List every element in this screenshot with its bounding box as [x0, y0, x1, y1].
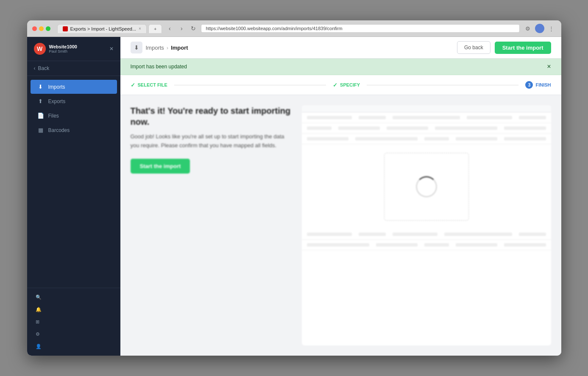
step-finish: 3 FINISH: [525, 81, 551, 89]
step-select-file: ✓ SELECT FILE: [131, 82, 167, 88]
barcodes-icon: ▦: [37, 127, 44, 133]
sidebar-bottom: 🔍 🔔 ⊞ ⚙ 👤: [27, 288, 120, 356]
back-nav-btn[interactable]: ‹: [165, 24, 174, 33]
maximize-traffic-light[interactable]: [46, 26, 50, 31]
brand-logo: W: [34, 43, 46, 55]
success-banner-close-icon[interactable]: ×: [547, 63, 551, 70]
new-tab[interactable]: +: [148, 24, 162, 33]
cell: [338, 126, 380, 130]
extensions-icon[interactable]: ⚙: [523, 24, 532, 33]
sidebar-search-btn[interactable]: 🔍: [31, 292, 117, 303]
breadcrumb: ⬇ Imports › Import: [131, 42, 188, 53]
exports-icon: ⬆: [37, 98, 44, 104]
sidebar-item-exports[interactable]: ⬆ Exports: [31, 94, 117, 108]
users-icon: 👤: [36, 344, 42, 349]
sidebar-settings-btn[interactable]: ⚙: [31, 328, 117, 340]
ready-heading: That's it! You're ready to start importi…: [131, 105, 292, 127]
top-bar: ⬇ Imports › Import Go back Start the imp…: [120, 37, 561, 59]
breadcrumb-parent: Imports: [146, 45, 164, 51]
imports-icon: ⬇: [37, 84, 44, 90]
cell: [355, 137, 418, 140]
brand-subtitle: Paul Smith: [49, 49, 77, 53]
step-finish-label: FINISH: [535, 82, 551, 87]
tab-favicon: [63, 26, 68, 31]
sidebar-item-imports-label: Imports: [48, 84, 65, 90]
spinner-container: [302, 153, 551, 221]
cell: [307, 233, 352, 236]
table-row: [302, 134, 551, 144]
address-bar-row: ‹ › ↻ https://website1000.websiteapp.com…: [165, 24, 556, 33]
cell: [424, 137, 449, 140]
table-row: [302, 112, 551, 123]
browser-chrome: Exports > Import - LightSpeed... × + ‹ ›…: [27, 20, 561, 37]
cell: [307, 126, 332, 130]
content-area: That's it! You're ready to start importi…: [120, 95, 561, 356]
cell: [444, 233, 512, 236]
sidebar-back-btn[interactable]: ‹ Back: [27, 61, 120, 76]
sidebar-apps-btn[interactable]: ⊞: [31, 316, 117, 328]
cell: [456, 243, 497, 247]
table-row: [302, 123, 551, 134]
close-traffic-light[interactable]: [32, 26, 37, 31]
cell: [376, 243, 418, 247]
sidebar-back-label: Back: [38, 65, 50, 71]
sidebar-item-files[interactable]: 📄 Files: [31, 109, 117, 123]
cell: [307, 116, 352, 119]
browser-actions: ⚙ ⋮: [523, 24, 556, 33]
tab-close-icon[interactable]: ×: [139, 26, 141, 31]
cell: [504, 243, 546, 247]
sidebar-item-barcodes[interactable]: ▦ Barcodes: [31, 123, 117, 137]
ready-description: Good job! Looks like you're all set up t…: [131, 132, 292, 150]
active-tab[interactable]: Exports > Import - LightSpeed... ×: [57, 24, 147, 33]
step-divider-1: [174, 85, 326, 85]
sidebar-notifications-btn[interactable]: 🔔: [31, 304, 117, 315]
minimize-traffic-light[interactable]: [39, 26, 44, 31]
cell: [393, 116, 460, 119]
breadcrumb-icon: ⬇: [131, 42, 142, 53]
traffic-lights: [32, 26, 50, 31]
browser-window: Exports > Import - LightSpeed... × + ‹ ›…: [27, 20, 561, 356]
step-check-icon-2: ✓: [333, 82, 337, 88]
cell: [456, 137, 497, 140]
sidebar-item-barcodes-label: Barcodes: [48, 127, 70, 133]
cell: [467, 116, 512, 119]
top-bar-actions: Go back Start the import: [457, 41, 551, 54]
data-table-panel: [302, 105, 551, 345]
sidebar-item-exports-label: Exports: [48, 98, 66, 104]
cell: [504, 126, 546, 130]
cell: [504, 137, 546, 140]
table-row: [302, 240, 551, 250]
spinner-overlay: [384, 153, 469, 221]
main-content: ⬇ Imports › Import Go back Start the imp…: [120, 37, 561, 356]
table-row: [302, 229, 551, 240]
step-specify-label: SPECIFY: [340, 82, 360, 87]
notifications-icon: 🔔: [36, 307, 42, 312]
brand-text: Website1000 Paul Smith: [49, 44, 77, 53]
user-avatar-browser[interactable]: [535, 24, 544, 33]
sidebar-item-imports[interactable]: ⬇ Imports: [31, 80, 117, 94]
reload-nav-btn[interactable]: ↻: [189, 24, 198, 33]
cell: [307, 137, 348, 140]
files-icon: 📄: [37, 112, 44, 119]
success-banner-text: Import has been updated: [131, 64, 187, 70]
success-banner: Import has been updated ×: [120, 59, 561, 75]
start-import-button-top[interactable]: Start the import: [495, 42, 551, 54]
start-import-button-main[interactable]: Start the import: [131, 159, 190, 174]
new-tab-icon: +: [154, 26, 156, 31]
go-back-button[interactable]: Go back: [457, 41, 490, 54]
sidebar: W Website1000 Paul Smith ✕ ‹ Back ⬇ Impo…: [27, 37, 120, 356]
sidebar-collapse-btn[interactable]: ✕: [109, 46, 114, 52]
cell: [387, 126, 428, 130]
tab-title: Exports > Import - LightSpeed...: [70, 26, 137, 31]
sidebar-users-btn[interactable]: 👤: [31, 341, 117, 352]
forward-nav-btn[interactable]: ›: [177, 24, 186, 33]
menu-icon[interactable]: ⋮: [547, 24, 556, 33]
step-num-3: 3: [525, 81, 533, 89]
data-table-header: [302, 105, 551, 112]
cell: [307, 243, 369, 247]
loading-spinner: [416, 176, 437, 197]
left-panel: That's it! You're ready to start importi…: [131, 105, 292, 345]
settings-icon: ⚙: [36, 331, 40, 337]
brand-area: W Website1000 Paul Smith: [34, 43, 77, 55]
address-bar[interactable]: https://website1000.websiteapp.com/admin…: [201, 24, 519, 33]
